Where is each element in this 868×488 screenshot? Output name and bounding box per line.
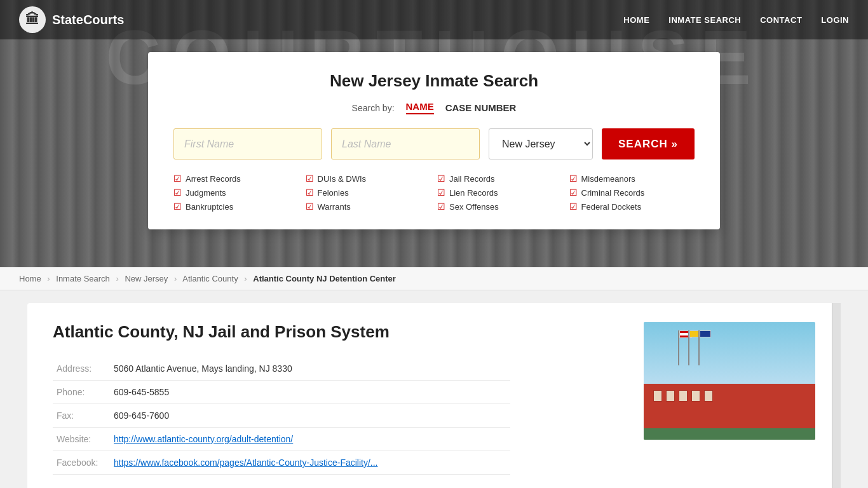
checkbox-label: Sex Offenses: [449, 202, 499, 212]
checkbox-label: Felonies: [318, 188, 349, 198]
separator: ›: [174, 274, 177, 283]
first-name-input[interactable]: [173, 128, 322, 159]
checkbox-icon: ☑: [173, 187, 182, 198]
facebook-link[interactable]: https://www.facebook.com/pages/Atlantic-…: [114, 458, 378, 468]
search-card: New Jersey Inmate Search Search by: NAME…: [148, 52, 720, 229]
checkbox-label: Jail Records: [449, 174, 495, 184]
checkbox-warrants: ☑ Warrants: [306, 201, 431, 212]
table-row-phone: Phone: 609-645-5855: [53, 381, 510, 404]
checkbox-criminal-records: ☑ Criminal Records: [569, 187, 695, 198]
address-label: Address:: [53, 357, 110, 381]
breadcrumb-atlantic-county[interactable]: Atlantic County: [182, 274, 238, 283]
sky: [644, 322, 815, 384]
checkbox-grid: ☑ Arrest Records ☑ DUIs & DWIs ☑ Jail Re…: [173, 173, 695, 212]
nav-home[interactable]: HOME: [623, 15, 649, 25]
checkbox-icon: ☑: [173, 173, 182, 184]
checkbox-label: Federal Dockets: [581, 202, 642, 212]
checkbox-label: Lien Records: [449, 188, 498, 198]
nav-links: HOME INMATE SEARCH CONTACT LOGIN: [623, 14, 849, 25]
table-row-address: Address: 5060 Atlantic Avenue, Mays land…: [53, 357, 510, 381]
window: [679, 390, 688, 402]
facebook-value: https://www.facebook.com/pages/Atlantic-…: [110, 451, 510, 475]
separator: ›: [47, 274, 50, 283]
flags: [678, 330, 700, 365]
building: [644, 384, 815, 428]
navigation: 🏛 StateCourts HOME INMATE SEARCH CONTACT…: [0, 0, 868, 39]
scrollbar[interactable]: [832, 303, 841, 488]
checkbox-sex-offenses: ☑ Sex Offenses: [437, 201, 563, 212]
checkbox-icon: ☑: [437, 187, 445, 198]
window: [653, 390, 662, 402]
tab-name[interactable]: NAME: [406, 101, 434, 114]
checkbox-judgments: ☑ Judgments: [173, 187, 299, 198]
window: [704, 390, 713, 402]
window: [691, 390, 700, 402]
checkbox-icon: ☑: [569, 187, 578, 198]
hero-section: COURTHOUSE 🏛 StateCourts HOME INMATE SEA…: [0, 0, 868, 267]
separator: ›: [244, 274, 247, 283]
flag-pole-1: [678, 330, 679, 365]
checkbox-lien-records: ☑ Lien Records: [437, 187, 563, 198]
table-row-fax: Fax: 609-645-7600: [53, 404, 510, 428]
search-button[interactable]: SEARCH »: [602, 128, 695, 159]
checkbox-label: Judgments: [186, 188, 226, 198]
logo-link[interactable]: 🏛 StateCourts: [19, 6, 124, 33]
grass: [644, 428, 815, 440]
checkbox-icon: ☑: [569, 201, 578, 212]
building-windows: [644, 384, 815, 408]
checkbox-label: Arrest Records: [186, 174, 241, 184]
window: [666, 390, 675, 402]
breadcrumb-current: Atlantic County NJ Detention Center: [253, 274, 396, 283]
facility-info-table: Address: 5060 Atlantic Avenue, Mays land…: [53, 357, 510, 475]
checkbox-duis-dwis: ☑ DUIs & DWIs: [306, 173, 431, 184]
search-by-row: Search by: NAME CASE NUMBER: [173, 101, 695, 114]
facebook-label: Facebook:: [53, 451, 110, 475]
checkbox-label: DUIs & DWIs: [318, 174, 367, 184]
content-card: Atlantic County, NJ Jail and Prison Syst…: [27, 303, 841, 488]
breadcrumb-new-jersey[interactable]: New Jersey: [125, 274, 168, 283]
search-by-label: Search by:: [352, 103, 395, 113]
card-title: New Jersey Inmate Search: [173, 71, 695, 91]
fax-value: 609-645-7600: [110, 404, 510, 428]
separator: ›: [116, 274, 118, 283]
checkbox-label: Misdemeanors: [581, 174, 635, 184]
breadcrumb: Home › Inmate Search › New Jersey › Atla…: [0, 267, 868, 290]
logo-icon: 🏛: [19, 6, 46, 33]
phone-label: Phone:: [53, 381, 110, 404]
phone-value: 609-645-5855: [110, 381, 510, 404]
checkbox-misdemeanors: ☑ Misdemeanors: [569, 173, 695, 184]
website-link[interactable]: http://www.atlantic-county.org/adult-det…: [114, 434, 293, 444]
checkbox-label: Criminal Records: [581, 188, 645, 198]
table-row-facebook: Facebook: https://www.facebook.com/pages…: [53, 451, 510, 475]
checkbox-federal-dockets: ☑ Federal Dockets: [569, 201, 695, 212]
checkbox-felonies: ☑ Felonies: [306, 187, 431, 198]
address-value: 5060 Atlantic Avenue, Mays landing, NJ 8…: [110, 357, 510, 381]
checkbox-icon: ☑: [306, 201, 314, 212]
checkbox-label: Warrants: [318, 202, 351, 212]
main-content: Atlantic County, NJ Jail and Prison Syst…: [0, 290, 868, 488]
breadcrumb-inmate-search[interactable]: Inmate Search: [56, 274, 110, 283]
checkbox-arrest-records: ☑ Arrest Records: [173, 173, 299, 184]
checkbox-icon: ☑: [306, 173, 314, 184]
last-name-input[interactable]: [331, 128, 480, 159]
checkbox-icon: ☑: [437, 201, 445, 212]
checkbox-icon: ☑: [173, 201, 182, 212]
nav-contact[interactable]: CONTACT: [760, 15, 802, 25]
nav-inmate-search[interactable]: INMATE SEARCH: [668, 15, 741, 25]
tab-case[interactable]: CASE NUMBER: [445, 102, 517, 113]
fax-label: Fax:: [53, 404, 110, 428]
breadcrumb-home[interactable]: Home: [19, 274, 41, 283]
checkbox-bankruptcies: ☑ Bankruptcies: [173, 201, 299, 212]
facility-image: [644, 322, 815, 440]
table-row-website: Website: http://www.atlantic-county.org/…: [53, 428, 510, 451]
flag-blue: [700, 330, 711, 337]
state-select[interactable]: New Jersey New York California Texas: [489, 128, 593, 159]
checkbox-label: Bankruptcies: [186, 202, 233, 212]
checkbox-icon: ☑: [306, 187, 314, 198]
website-label: Website:: [53, 428, 110, 451]
flag-pole-3: [698, 330, 700, 365]
nav-login[interactable]: LOGIN: [821, 15, 849, 25]
site-name: StateCourts: [52, 13, 124, 27]
facility-img-inner: [644, 322, 815, 440]
search-inputs: New Jersey New York California Texas SEA…: [173, 128, 695, 159]
